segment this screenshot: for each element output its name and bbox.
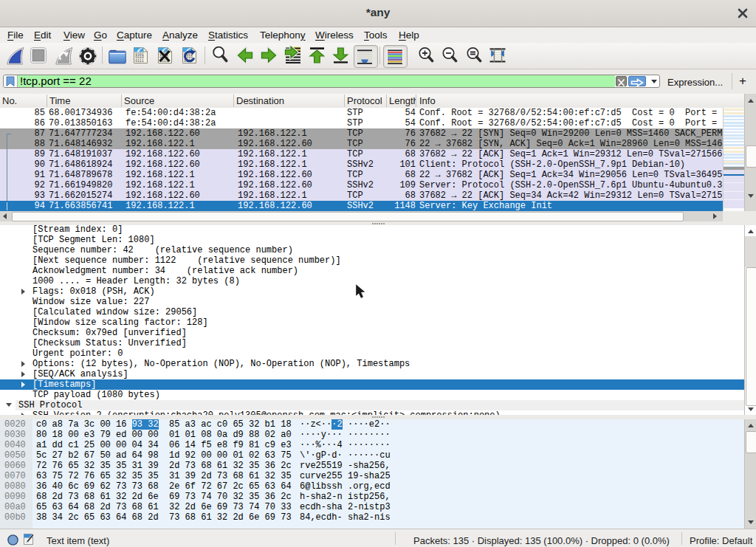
svg-text:0111: 0111 <box>135 59 144 63</box>
